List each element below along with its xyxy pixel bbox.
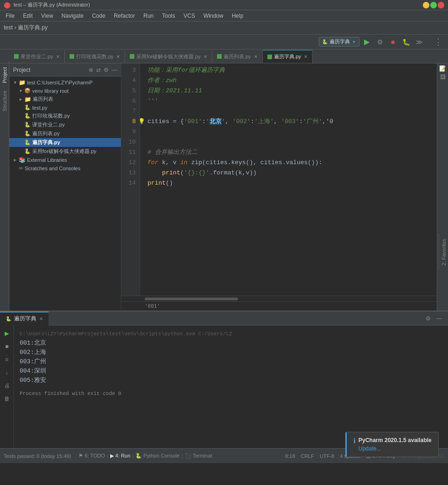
run-stop-btn[interactable]: ■: [2, 341, 12, 352]
code-editor[interactable]: 3 4 5 6 7 8 9 10 11 12 13 14 功能：采用for循环遍…: [121, 63, 437, 296]
run-tab-close[interactable]: ✕: [39, 316, 43, 321]
code-line-11: # 合并输出方法二: [147, 147, 429, 158]
tab-file-3[interactable]: 采用for破解令狐大侠难题.py ✕: [125, 50, 212, 63]
tab-file-4[interactable]: 遍历列表.py ✕: [212, 50, 263, 63]
tab-file-2[interactable]: 打印玫瑰花数.py ✕: [65, 50, 126, 63]
folder-icon-root: 📁: [19, 79, 26, 86]
sidebar-sync-icon[interactable]: ⇄: [96, 67, 101, 73]
status-python-console[interactable]: 🐍 Python Console: [135, 453, 180, 459]
run-tab-label: 遍历字典: [14, 315, 36, 323]
menu-edit[interactable]: Edit: [19, 12, 36, 20]
right-icon-1[interactable]: 📝: [439, 65, 446, 72]
tree-item-root[interactable]: ▼ 📁 test C:\Users\LZY\PycharmP: [9, 78, 121, 87]
coverage-button[interactable]: ≫: [413, 36, 425, 48]
favorites-panel-tab[interactable]: 2: Favorites: [440, 235, 448, 269]
tree-label-testpy: test.py: [32, 105, 47, 111]
tree-item-homework[interactable]: 🐍 课堂作业二.py: [9, 120, 121, 129]
tab-label-1: 果堂作业二.py: [21, 53, 53, 60]
tree-item-traversedict[interactable]: 🐍 遍历字典.py: [9, 138, 121, 147]
build-button[interactable]: ⚙: [374, 36, 385, 48]
tree-item-extlibs[interactable]: ► 📚 External Libraries: [9, 156, 121, 164]
run-content: ▶ ■ ≡ ↓ 🖨 🗑 C:\Users\LZY\PycharmProjects…: [0, 326, 448, 448]
status-terminal[interactable]: ⬛ Terminal: [185, 453, 212, 459]
code-line-7: [147, 106, 429, 117]
run-button[interactable]: ▶: [361, 36, 372, 48]
maximize-button[interactable]: [430, 2, 437, 8]
py-icon-traversedict: 🐍: [24, 139, 31, 146]
code-line-13: print('{}:{}'.format(k,v)): [147, 168, 429, 178]
h-scrollbar[interactable]: [145, 298, 238, 300]
tree-item-venv[interactable]: ▼ 📦 venv library root: [9, 87, 121, 95]
menu-code[interactable]: Code: [88, 12, 109, 20]
status-tests: Tests passed: 0 (today 15:49): [4, 453, 71, 459]
run-tab-icon: 🐍: [6, 316, 11, 321]
right-icon-2[interactable]: 🖼: [440, 74, 446, 80]
menu-file[interactable]: File: [2, 12, 18, 20]
code-line-8: 💡 cities = {'001':'北京', '002':'上海', '003…: [147, 117, 429, 127]
tree-item-traversal-folder[interactable]: ► 📁 遍历列表: [9, 95, 121, 104]
right-icons-panel: 📝 🖼: [437, 63, 448, 311]
notification-info-icon: ℹ: [353, 437, 356, 444]
run-output-3: 003:广州: [20, 357, 442, 367]
close-button[interactable]: [438, 2, 444, 8]
minimize-button[interactable]: [423, 2, 429, 8]
sidebar-add-icon[interactable]: ⊕: [89, 67, 93, 73]
run-clear-btn[interactable]: 🗑: [2, 394, 12, 404]
tree-label-scratches: Scratches and Consoles: [25, 166, 80, 171]
run-scroll-btn[interactable]: ↓: [2, 367, 12, 378]
debug-button[interactable]: 🐛: [400, 36, 412, 48]
editor-tabs: 果堂作业二.py ✕ 打印玫瑰花数.py ✕ 采用for破解令狐大侠难题.py …: [0, 49, 448, 63]
right-panel-toggle[interactable]: ⋮: [432, 36, 444, 48]
menu-help[interactable]: Help: [228, 12, 247, 20]
menu-navigate[interactable]: Navigate: [58, 12, 87, 20]
left-tab-project[interactable]: Project: [0, 63, 9, 87]
status-run[interactable]: ▶ 4: Run: [110, 453, 130, 459]
tree-item-rose[interactable]: 🐍 打印玫瑰花数.py: [9, 111, 121, 120]
tree-item-scratches[interactable]: ✏ Scratches and Consoles: [9, 164, 121, 173]
code-line-4: 作者：zwh: [147, 76, 429, 86]
title-text: test – 遍历字典.py (Administrator): [14, 1, 90, 8]
run-tab-active[interactable]: 🐍 遍历字典 ✕: [0, 312, 49, 326]
run-print-btn[interactable]: 🖨: [2, 381, 12, 391]
run-config-selector[interactable]: 🐍 遍历字典 ▼: [319, 37, 359, 47]
sidebar-collapse-icon[interactable]: —: [112, 67, 117, 73]
menu-tools[interactable]: Tools: [158, 12, 179, 20]
run-minimize-btn[interactable]: —: [434, 313, 444, 324]
run-command: C:\Users\LZY\PycharmProjects\test\venv\S…: [20, 329, 442, 339]
code-line-3: 功能：采用for循环遍历字典: [147, 65, 429, 76]
run-toolbar: ⚙ —: [423, 313, 448, 324]
tab-close-3[interactable]: ✕: [203, 54, 207, 59]
tree-item-crack[interactable]: 🐍 采用for破解令狐大侠难题.py: [9, 147, 121, 156]
stop-button[interactable]: ■: [387, 36, 399, 48]
tree-caret-venv: ▼: [19, 89, 23, 93]
run-settings-btn[interactable]: ⚙: [423, 313, 433, 324]
tab-icon-2: [70, 54, 74, 59]
menu-run[interactable]: Run: [140, 12, 157, 20]
menu-refactor[interactable]: Refactor: [110, 12, 139, 20]
code-content[interactable]: 功能：采用for循环遍历字典 作者：zwh 日期：2021.11.11 ''' …: [140, 63, 437, 296]
tab-close-2[interactable]: ✕: [116, 54, 120, 59]
tab-file-1[interactable]: 果堂作业二.py ✕: [9, 50, 65, 63]
tree-label-venv: venv library root: [32, 88, 69, 94]
menu-vcs[interactable]: VCS: [180, 12, 199, 20]
tab-close-5[interactable]: ✕: [304, 54, 308, 59]
tab-close-4[interactable]: ✕: [254, 54, 258, 59]
menu-window[interactable]: Window: [200, 12, 227, 20]
tab-file-5[interactable]: 遍历字典.py ✕: [263, 50, 313, 63]
sidebar-settings-icon[interactable]: ⚙: [104, 67, 109, 73]
run-step-btn[interactable]: ≡: [2, 354, 12, 365]
scroll-position-label: '001': [145, 303, 160, 309]
run-output-2: 002:上海: [20, 348, 442, 357]
tree-item-testpy[interactable]: 🐍 test.py: [9, 104, 121, 111]
notification-update-link[interactable]: Update...: [358, 445, 432, 452]
venv-icon: 📦: [24, 88, 31, 94]
code-line-14: print(): [147, 178, 429, 188]
run-play-btn[interactable]: ▶: [2, 328, 12, 339]
tab-close-1[interactable]: ✕: [56, 54, 60, 59]
status-todo[interactable]: ⚑ 6: TODO: [78, 453, 105, 459]
run-output-5: 005:雅安: [20, 376, 442, 385]
tree-item-traverselist[interactable]: 🐍 遍历列表.py: [9, 129, 121, 138]
left-tab-structure[interactable]: Structure: [0, 87, 9, 115]
menu-view[interactable]: View: [37, 12, 57, 20]
status-position: 8:18: [285, 453, 295, 459]
